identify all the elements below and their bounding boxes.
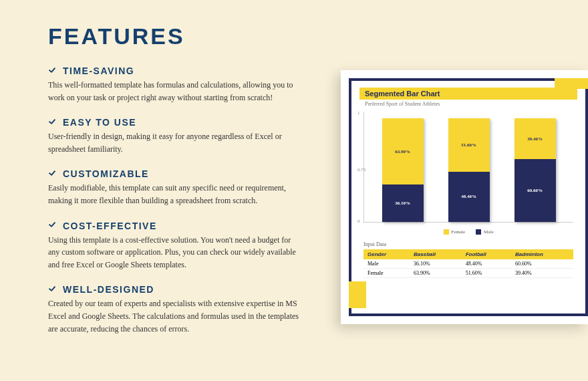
feature-item: WELL-DESIGNED Created by our team of exp… [48, 284, 309, 335]
stacked-bar: 51.60% 48.40% [448, 118, 490, 222]
legend-label: Female [452, 229, 466, 235]
input-data-label: Input Data [363, 241, 573, 247]
cell: 63.90% [410, 269, 462, 278]
bar-segment-female: 39.40% [514, 118, 556, 159]
feature-title: TIME-SAVING [63, 66, 134, 76]
y-tick: 1 [357, 110, 360, 116]
check-icon [48, 67, 57, 76]
feature-desc: Using this template is a cost-effective … [48, 234, 302, 271]
cell: Female [363, 269, 410, 278]
bar-segment-female: 51.60% [448, 118, 490, 172]
feature-title: COST-EFFECTIVE [63, 221, 157, 231]
legend-label: Male [484, 229, 493, 235]
swatch-female [444, 229, 449, 235]
table-header: Football [462, 249, 511, 259]
table-header: Gender [363, 249, 410, 259]
feature-item: CUSTOMIZABLE Easily modifiable, this tem… [48, 168, 309, 207]
bar-segment-male: 36.10% [382, 184, 424, 222]
feature-desc: User-friendly in design, making it easy … [48, 130, 302, 155]
chart-title: Segmented Bar Chart [365, 90, 572, 98]
feature-item: EASY TO USE User-friendly in design, mak… [48, 117, 309, 155]
feature-title: WELL-DESIGNED [63, 284, 154, 295]
feature-item: TIME-SAVING This well-formatted template… [48, 66, 309, 104]
table-header: Badminton [511, 249, 573, 259]
cell: 36.10% [410, 259, 462, 269]
table-row: Male 36.10% 48.40% 60.60% [363, 259, 573, 269]
cell: 51.60% [462, 269, 511, 278]
bar-segment-male: 48.40% [448, 172, 490, 222]
page-title: FEATURES [48, 23, 309, 49]
chart-legend: Female Male [351, 229, 585, 235]
bar-segment-male: 60.60% [514, 159, 556, 222]
cell: 60.60% [511, 259, 573, 269]
cell: 39.40% [511, 269, 573, 278]
feature-desc: Created by our team of experts and speci… [48, 297, 302, 335]
bar-segment-female: 63.90% [382, 118, 424, 184]
y-tick: 0 [357, 219, 360, 224]
decor-corner [555, 78, 588, 89]
decor-corner [349, 281, 366, 308]
stacked-bar: 39.40% 60.60% [514, 118, 556, 222]
feature-desc: This well-formatted template has formula… [48, 79, 302, 104]
chart-subtitle: Preferred Sport of Student Athletes [365, 101, 572, 107]
feature-item: COST-EFFECTIVE Using this template is a … [48, 221, 309, 271]
feature-desc: Easily modifiable, this template can sui… [48, 182, 302, 207]
input-data-table: Gender Baseball Football Badminton Male … [363, 249, 573, 278]
cell: 48.40% [462, 259, 511, 269]
feature-title: CUSTOMIZABLE [63, 168, 149, 179]
stacked-bar: 63.90% 36.10% [382, 118, 424, 222]
check-icon [48, 170, 57, 178]
template-preview: Segmented Bar Chart Preferred Sport of S… [341, 70, 588, 324]
check-icon [48, 285, 57, 294]
cell: Male [363, 259, 410, 269]
table-header: Baseball [410, 249, 462, 259]
feature-title: EASY TO USE [63, 117, 136, 128]
check-icon [48, 221, 57, 230]
check-icon [48, 118, 57, 127]
swatch-male [476, 229, 481, 235]
table-row: Female 63.90% 51.60% 39.40% [363, 269, 573, 278]
chart-canvas: 1 0.75 0 63.90% 36.10% 51.60% 48.40% 39.… [363, 112, 573, 223]
y-tick: 0.75 [357, 167, 365, 172]
